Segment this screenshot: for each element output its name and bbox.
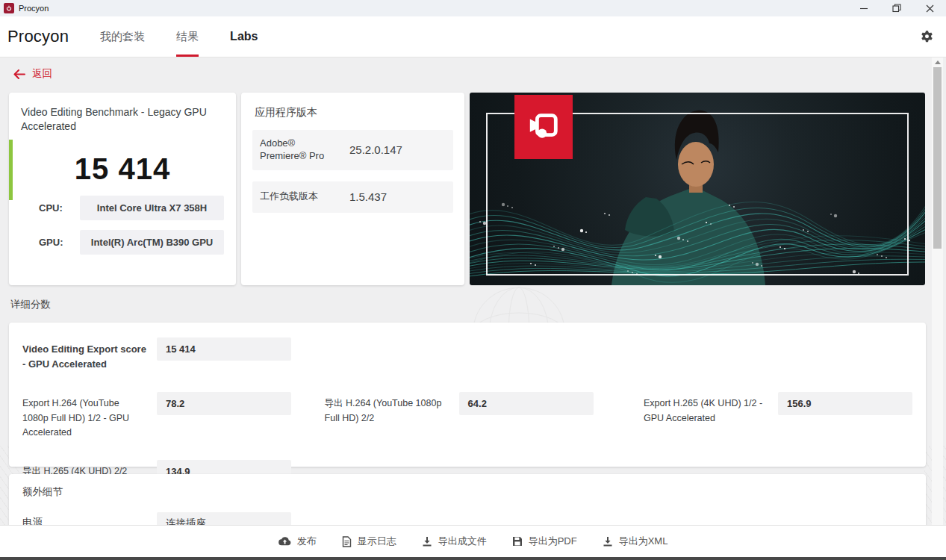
download-icon	[603, 536, 613, 547]
score-row-main: Video Editing Export score - GPU Acceler…	[22, 337, 326, 372]
window-bottom-edge	[0, 557, 946, 560]
overall-score: 15 414	[21, 152, 224, 186]
publish-button[interactable]: 发布	[278, 535, 317, 548]
premiere-version-row: Adobe® Premiere® Pro 25.2.0.147	[252, 130, 453, 170]
versions-card-title: 应用程序版本	[255, 106, 453, 119]
vertical-scrollbar[interactable]	[932, 57, 943, 525]
export-file-button[interactable]: 导出成文件	[422, 535, 487, 548]
video-camera-icon	[514, 95, 573, 159]
tab-results[interactable]: 结果	[176, 16, 199, 57]
premiere-version: 25.2.0.147	[349, 143, 402, 156]
app-versions-card: 应用程序版本 Adobe® Premiere® Pro 25.2.0.147 工…	[241, 93, 464, 285]
score-value: 64.2	[459, 392, 594, 415]
export-pdf-button[interactable]: 导出为PDF	[512, 535, 577, 548]
brand-logo: Procyon	[7, 27, 69, 46]
back-label: 返回	[32, 67, 52, 81]
save-icon	[512, 536, 523, 547]
extra-details-section-title: 额外细节	[22, 485, 912, 499]
document-icon	[342, 536, 352, 547]
benchmark-title: Video Editing Benchmark - Legacy GPU Acc…	[21, 105, 219, 134]
arrow-left-icon	[13, 69, 25, 79]
close-button[interactable]	[913, 0, 946, 16]
main-nav: Procyon 我的套装 结果 Labs	[0, 16, 946, 57]
tab-my-suites[interactable]: 我的套装	[100, 16, 145, 57]
restore-button[interactable]	[880, 0, 913, 16]
detailed-scores-section-title: 详细分数	[10, 298, 51, 311]
procyon-logo-icon	[4, 3, 14, 13]
scroll-up-arrow[interactable]	[932, 57, 943, 67]
detailed-scores-card: Video Editing Export score - GPU Acceler…	[9, 323, 926, 467]
cpu-value: Intel Core Ultra X7 358H	[80, 196, 224, 220]
minimize-button[interactable]	[847, 0, 880, 16]
cloud-upload-icon	[278, 536, 291, 547]
score-row-h265-1: Export H.265 (4K UHD) 1/2 - GPU Accelera…	[644, 392, 912, 440]
workload-label: 工作负载版本	[260, 190, 337, 203]
score-label: 导出 H.264 (YouTube 1080p Full HD) 2/2	[325, 392, 449, 426]
score-label: Export H.265 (4K UHD) 1/2 - GPU Accelera…	[644, 392, 768, 426]
results-page: 返回 Video Editing Benchmark - Legacy GPU …	[0, 57, 946, 560]
score-label: Export H.264 (YouTube 1080p Full HD) 1/2…	[22, 392, 146, 440]
benchmark-summary-card: Video Editing Benchmark - Legacy GPU Acc…	[9, 93, 236, 285]
show-log-button[interactable]: 显示日志	[342, 535, 396, 548]
score-value: 78.2	[157, 392, 291, 415]
export-toolbar: 发布 显示日志 导出成文件 导出为PDF	[0, 525, 946, 557]
score-label: Video Editing Export score - GPU Acceler…	[22, 337, 146, 372]
benchmark-hero-image	[470, 93, 925, 285]
workload-version-row: 工作负载版本 1.5.437	[252, 181, 453, 213]
gpu-value: Intel(R) Arc(TM) B390 GPU	[80, 230, 224, 255]
score-row-h264-1: Export H.264 (YouTube 1080p Full HD) 1/2…	[22, 392, 325, 440]
score-value: 15 414	[157, 337, 291, 361]
back-button[interactable]: 返回	[13, 67, 52, 81]
cpu-label: CPU:	[39, 202, 69, 214]
gpu-label: GPU:	[39, 237, 69, 248]
score-row-h264-2: 导出 H.264 (YouTube 1080p Full HD) 2/2 64.…	[325, 392, 644, 440]
window-title: Procyon	[19, 4, 49, 13]
title-bar: Procyon	[0, 0, 946, 16]
download-icon	[422, 536, 432, 547]
score-value: 156.9	[778, 392, 912, 415]
premiere-label: Adobe® Premiere® Pro	[260, 137, 337, 163]
workload-version: 1.5.437	[349, 190, 387, 203]
tab-labs[interactable]: Labs	[230, 16, 258, 57]
export-xml-button[interactable]: 导出为XML	[603, 535, 668, 548]
active-tab-underline	[176, 55, 199, 57]
procyon-app-window: Procyon Procyon 我的套装 结果 Labs	[0, 0, 946, 560]
score-accent-bar	[9, 140, 13, 200]
gpu-row: GPU: Intel(R) Arc(TM) B390 GPU	[21, 230, 224, 255]
scrollbar-thumb[interactable]	[933, 67, 942, 249]
cpu-row: CPU: Intel Core Ultra X7 358H	[21, 196, 224, 220]
settings-gear-icon[interactable]	[920, 30, 934, 44]
